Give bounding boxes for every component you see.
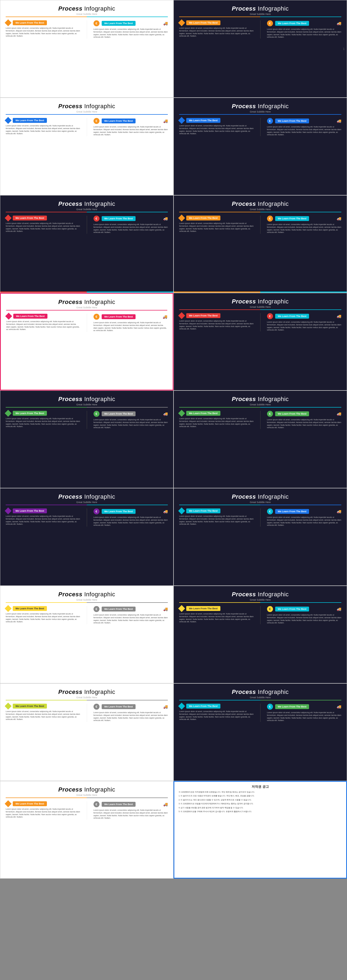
- divider-col-2: [260, 20, 261, 38]
- title-9: Process Infographic: [6, 396, 168, 402]
- subtitle-10: Great Subtitle Here: [179, 403, 341, 406]
- slide-15: Process Infographic Great Subtitle Here …: [0, 683, 174, 781]
- content-5: We Learn From The Best Lorem ipsum dolor…: [0, 213, 173, 236]
- subtitle-9: Great Subtitle Here: [6, 403, 168, 406]
- circle-icon-15: €: [94, 704, 99, 710]
- col-15-left: We Learn From The Best Lorem ipsum dolor…: [6, 704, 80, 722]
- col-17-left: We Learn From The Best Lorem ipsum dolor…: [6, 801, 80, 819]
- body-9: Lorem ipsum dolor sit amet, consectetur …: [6, 417, 80, 428]
- truck-icon-5: 🚚: [163, 216, 168, 221]
- badge-11: We Learn From The Best: [13, 508, 47, 513]
- divider-col-12: [260, 508, 261, 527]
- circle-icon-14: €: [267, 606, 273, 612]
- badge-15r: We Learn From The Best: [102, 704, 136, 709]
- badge-row-5: We Learn From The Best: [6, 216, 80, 220]
- divider-8: [179, 309, 341, 310]
- slide-4: Process Infographic Great Subtitle Here …: [174, 98, 347, 195]
- content-13: We Learn From The Best Lorem ipsum dolor…: [0, 604, 173, 627]
- divider-col-5: [87, 216, 87, 234]
- circle-icon-7: €: [94, 314, 99, 320]
- badge-row-3: We Learn From The Best: [6, 118, 80, 123]
- col-16-left: We Learn From The Best Lorem ipsum dolor…: [179, 704, 254, 722]
- truck-icon-8: 🚚: [337, 314, 341, 318]
- body-12r: Lorem ipsum dolor sit amet, consectetur …: [267, 516, 342, 527]
- body-17: Lorem ipsum dolor sit amet, consectetur …: [6, 808, 80, 818]
- body-17r: Lorem ipsum dolor sit amet, consectetur …: [94, 809, 168, 819]
- content-15: We Learn From The Best Lorem ipsum dolor…: [0, 702, 173, 724]
- body-13: Lorem ipsum dolor sit amet, consectetur …: [6, 612, 80, 623]
- divider-col-8: [260, 313, 261, 331]
- badge-12: We Learn From The Best: [186, 508, 220, 513]
- divider-14: [179, 602, 341, 603]
- badge-row-1: We Learn From The Best: [6, 20, 80, 25]
- subtitle-11: Great Subtitle Here: [6, 501, 168, 504]
- divider-2: [179, 16, 341, 17]
- badge-2: We Learn From The Best: [186, 20, 220, 25]
- content-12: We Learn From The Best Lorem ipsum dolor…: [174, 506, 347, 529]
- badge-row-12: We Learn From The Best: [179, 508, 254, 513]
- diamond-icon-15: [5, 703, 11, 710]
- circle-icon-17: €: [94, 801, 99, 807]
- slide-7: Process Infographic Great Subtitle Here …: [0, 293, 174, 390]
- korean-title: 저작권 공고: [179, 784, 342, 789]
- body-7: Lorem ipsum dolor sit amet, consectetur …: [6, 320, 80, 331]
- diamond-icon-9: [5, 410, 11, 417]
- body-13r: Lorem ipsum dolor sit amet, consectetur …: [94, 614, 168, 624]
- circle-icon-1: €: [94, 20, 99, 26]
- col-10-right: € We Learn From The Best 🚚 Lorem ipsum d…: [267, 411, 342, 429]
- badge-16: We Learn From The Best: [186, 704, 220, 709]
- body-1r: Lorem ipsum dolor sit amet, consectetur …: [94, 28, 168, 38]
- diamond-icon-7: [5, 313, 12, 320]
- badge-row-16r: € We Learn From The Best 🚚: [267, 704, 342, 710]
- subtitle-2: Great Subtitle Here: [179, 13, 341, 16]
- divider-13: [6, 602, 168, 603]
- content-1: We Learn From The Best Lorem ipsum dolor…: [0, 18, 173, 41]
- badge-row-10: We Learn From The Best: [179, 411, 254, 416]
- subtitle-15: Great Subtitle Here: [6, 696, 168, 699]
- divider-4: [179, 114, 341, 115]
- slide-title-4: Process Infographic Great Subtitle Here: [174, 98, 347, 114]
- title-4: Process Infographic: [179, 103, 341, 110]
- badge-row-3r: € We Learn From The Best 🚚: [94, 118, 168, 124]
- slide-title-15: Process Infographic Great Subtitle Here: [0, 684, 173, 700]
- body-9r: Lorem ipsum dolor sit amet, consectetur …: [94, 418, 168, 429]
- korean-body: 이 프레젠테이션은 저작권법에 의해 보호받습니다. 무단 복제 및 배포는 금…: [179, 791, 342, 813]
- circle-icon-13: €: [94, 606, 99, 612]
- divider-col-14: [260, 606, 261, 624]
- divider-16: [179, 700, 341, 700]
- body-16r: Lorem ipsum dolor sit amet, consectetur …: [267, 711, 342, 722]
- body-2r: Lorem ipsum dolor sit amet, consectetur …: [267, 28, 342, 38]
- truck-icon-14: 🚚: [337, 607, 341, 611]
- truck-icon-3: 🚚: [163, 119, 168, 123]
- col-6-right: € We Learn From The Best 🚚 Lorem ipsum d…: [267, 216, 342, 234]
- truck-icon-4: 🚚: [337, 119, 341, 123]
- badge-row-14r: € We Learn From The Best 🚚: [267, 606, 342, 612]
- slide-title-12: Process Infographic Great Subtitle Here: [174, 488, 347, 504]
- truck-icon-7: 🚚: [163, 315, 167, 319]
- truck-icon-2: 🚚: [337, 21, 341, 25]
- col-13-left: We Learn From The Best Lorem ipsum dolor…: [6, 606, 80, 624]
- slide-18: 저작권 공고 이 프레젠테이션은 저작권법에 의해 보호받습니다. 무단 복제 …: [174, 781, 347, 878]
- body-14r: Lorem ipsum dolor sit amet, consectetur …: [267, 614, 342, 624]
- content-17: We Learn From The Best Lorem ipsum dolor…: [0, 799, 173, 822]
- subtitle-14: Great Subtitle Here: [179, 598, 341, 601]
- circle-icon-4: €: [267, 118, 273, 124]
- diamond-icon-2: [178, 19, 185, 26]
- badge-row-9r: € We Learn From The Best 🚚: [94, 411, 168, 417]
- col-11-right: € We Learn From The Best 🚚 Lorem ipsum d…: [94, 508, 168, 527]
- diamond-icon-13: [5, 605, 11, 612]
- badge-row-7: We Learn From The Best: [6, 314, 80, 319]
- slide-title-8: Process Infographic Great Subtitle Here: [174, 293, 347, 309]
- divider-col-17: [87, 801, 87, 819]
- badge-9r: We Learn From The Best: [102, 411, 136, 416]
- divider-col-13: [87, 606, 87, 624]
- subtitle-16: Great Subtitle Here: [179, 696, 341, 699]
- subtitle-4: Great Subtitle Here: [179, 110, 341, 113]
- slide-12: Process Infographic Great Subtitle Here …: [174, 488, 347, 586]
- title-1: Process Infographic: [6, 5, 168, 12]
- divider-col-7: [87, 314, 87, 332]
- subtitle-3: Great Subtitle Here: [6, 110, 168, 113]
- badge-row-4: We Learn From The Best: [179, 118, 254, 123]
- subtitle-17: Great Subtitle Here: [6, 794, 168, 796]
- divider-col-4: [260, 118, 261, 136]
